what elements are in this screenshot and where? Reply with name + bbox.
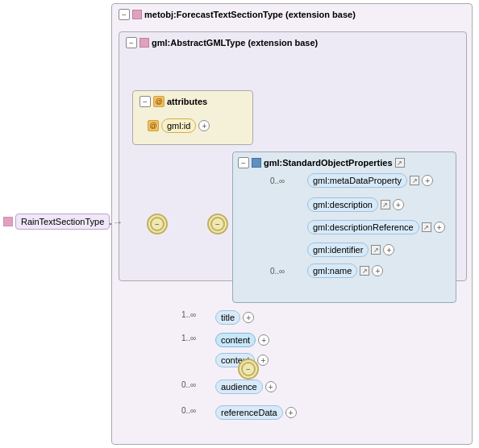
name-label: gml:name bbox=[307, 263, 357, 278]
content-multiplicity: 1..∞ bbox=[181, 334, 196, 342]
forecast-type-icon bbox=[132, 10, 142, 19]
description-plus-button[interactable]: + bbox=[393, 199, 404, 210]
forecast-title: metobj:ForecastTextSectionType (extensio… bbox=[144, 10, 356, 19]
root-node-icon bbox=[3, 217, 13, 226]
desc-ref-plus-button[interactable]: + bbox=[434, 222, 445, 233]
description-expand-icon[interactable]: ↗ bbox=[381, 200, 390, 209]
title-label: title bbox=[215, 310, 240, 325]
circle-connector-2: − bbox=[207, 214, 228, 234]
title-label-row: title + bbox=[215, 310, 254, 325]
root-node-arrow: → bbox=[112, 216, 123, 228]
desc-ref-expand-icon[interactable]: ↗ bbox=[422, 222, 431, 232]
ref-data-label: referenceData bbox=[215, 405, 283, 420]
desc-ref-label-row: gml:descriptionReference ↗ + bbox=[307, 220, 445, 234]
standard-expand-icon[interactable]: ↗ bbox=[395, 158, 405, 168]
ref-data-plus-button[interactable]: + bbox=[285, 407, 297, 418]
standard-box: − gml:StandardObjectProperties ↗ 0..∞ gm… bbox=[232, 151, 456, 303]
title-plus-button[interactable]: + bbox=[243, 312, 254, 323]
ref-data-multiplicity: 0..∞ bbox=[181, 406, 196, 415]
description-label: gml:description bbox=[307, 197, 378, 212]
gml-id-at-icon: @ bbox=[148, 120, 159, 131]
meta-data-property-row: 0..∞ bbox=[270, 176, 285, 185]
root-node-row: RainTextSectionType → bbox=[3, 214, 123, 230]
description-label-row: gml:description ↗ + bbox=[307, 197, 404, 212]
diagram-container: − metobj:ForecastTextSectionType (extens… bbox=[0, 0, 479, 448]
context-plus-button[interactable]: + bbox=[257, 355, 269, 366]
abstract-title: gml:AbstractGMLType (extension base) bbox=[152, 38, 318, 48]
title-multiplicity-row: 1..∞ bbox=[181, 310, 196, 319]
name-label-row: gml:name ↗ + bbox=[307, 263, 383, 278]
forecast-collapse-button[interactable]: − bbox=[119, 9, 130, 20]
attributes-box: − @ attributes @ gml:id + bbox=[132, 90, 253, 145]
abstract-header: − gml:AbstractGMLType (extension base) bbox=[126, 37, 318, 48]
name-multiplicity-row: 0..∞ bbox=[270, 267, 285, 276]
meta-data-plus-button[interactable]: + bbox=[422, 175, 433, 186]
audience-multiplicity-row: 0..∞ bbox=[181, 380, 196, 389]
standard-title: gml:StandardObjectProperties bbox=[264, 158, 393, 168]
circle-connector-1: − bbox=[147, 214, 168, 234]
gml-id-text: gml:id bbox=[167, 121, 190, 131]
name-plus-button[interactable]: + bbox=[372, 265, 383, 276]
circle-2-minus: − bbox=[215, 220, 220, 229]
attributes-title: attributes bbox=[167, 97, 207, 106]
meta-data-multiplicity: 0..∞ bbox=[270, 176, 285, 185]
standard-header: − gml:StandardObjectProperties ↗ bbox=[238, 157, 405, 168]
standard-type-icon bbox=[252, 158, 261, 168]
meta-data-property-label: gml:metaDataProperty bbox=[307, 173, 407, 188]
circle-1-inner: − bbox=[150, 217, 165, 231]
audience-plus-button[interactable]: + bbox=[265, 381, 277, 392]
abstract-collapse-button[interactable]: − bbox=[126, 37, 137, 48]
abstract-type-icon bbox=[140, 38, 149, 48]
content-label-row: content + bbox=[215, 333, 269, 347]
circle-2: − bbox=[207, 214, 228, 234]
standard-collapse-button[interactable]: − bbox=[238, 157, 249, 168]
identifier-plus-button[interactable]: + bbox=[383, 244, 394, 255]
forecast-header: − metobj:ForecastTextSectionType (extens… bbox=[119, 9, 356, 20]
audience-multiplicity: 0..∞ bbox=[181, 380, 196, 389]
identifier-label: gml:identifier bbox=[307, 243, 369, 257]
attributes-collapse-button[interactable]: − bbox=[140, 96, 151, 107]
content-plus-button[interactable]: + bbox=[258, 334, 269, 346]
ref-data-multiplicity-row: 0..∞ bbox=[181, 406, 196, 415]
gml-id-row: @ gml:id + bbox=[148, 118, 210, 133]
circle-1-minus: − bbox=[155, 220, 160, 229]
meta-data-expand-icon[interactable]: ↗ bbox=[410, 176, 419, 185]
gml-id-label: gml:id bbox=[161, 118, 196, 133]
attributes-header: − @ attributes bbox=[140, 96, 207, 107]
ref-data-label-row: referenceData + bbox=[215, 405, 297, 420]
meta-data-property-label-row: gml:metaDataProperty ↗ + bbox=[307, 173, 433, 188]
audience-label: audience bbox=[215, 380, 263, 394]
content-label: content bbox=[215, 333, 256, 347]
identifier-expand-icon[interactable]: ↗ bbox=[371, 245, 381, 255]
gml-id-plus-button[interactable]: + bbox=[198, 120, 210, 131]
root-node-label: RainTextSectionType bbox=[15, 214, 110, 230]
attributes-at-icon: @ bbox=[153, 96, 165, 107]
circle-3-inner: − bbox=[241, 362, 256, 376]
name-expand-icon[interactable]: ↗ bbox=[360, 266, 369, 276]
identifier-label-row: gml:identifier ↗ + bbox=[307, 243, 394, 257]
audience-label-row: audience + bbox=[215, 380, 277, 394]
title-multiplicity: 1..∞ bbox=[181, 310, 196, 319]
name-multiplicity: 0..∞ bbox=[270, 267, 285, 276]
content-multiplicity-row: 1..∞ bbox=[181, 334, 196, 342]
circle-1: − bbox=[147, 214, 168, 234]
circle-connector-3: − bbox=[238, 359, 259, 380]
desc-ref-label: gml:descriptionReference bbox=[307, 220, 419, 234]
circle-3: − bbox=[238, 359, 259, 380]
circle-3-minus: − bbox=[246, 365, 251, 374]
abstract-gml-box: − gml:AbstractGMLType (extension base) −… bbox=[119, 31, 467, 281]
circle-2-inner: − bbox=[210, 217, 225, 231]
